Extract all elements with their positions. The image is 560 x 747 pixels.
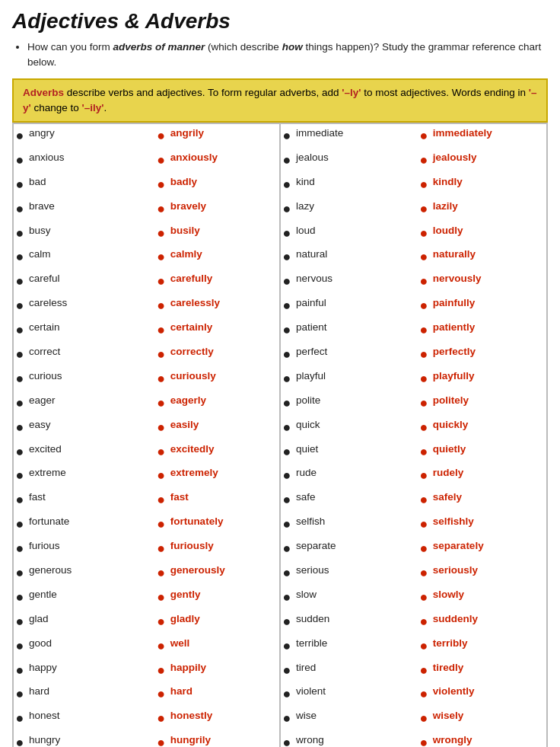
red-dot: ● (155, 512, 169, 537)
red-dot: ● (155, 318, 169, 343)
red-dot: ● (418, 464, 431, 488)
bullet-dot: ● (281, 318, 294, 343)
adjective-cell: jealous (294, 148, 418, 173)
adjective-cell: easy (27, 416, 155, 440)
adjective-cell: wise (294, 707, 418, 731)
table-row: ●sudden●suddenly (281, 610, 546, 634)
adjective-cell: violent (294, 682, 418, 707)
red-dot: ● (155, 488, 169, 512)
table-row: ●polite●politely (281, 391, 546, 416)
table-row: ●selfish●selfishly (281, 512, 546, 537)
left-column: ●angry●angrily●anxious●anxiously●bad●bad… (13, 123, 280, 747)
table-row: ●eager●eagerly (14, 391, 279, 416)
table-row: ●quiet●quietly (281, 440, 546, 464)
red-dot: ● (155, 173, 169, 197)
adjective-cell: good (27, 634, 155, 659)
table-row: ●kind●kindly (281, 173, 546, 197)
adverb-cell: correctly (169, 343, 279, 367)
red-dot: ● (418, 416, 431, 440)
table-row: ●busy●busily (14, 222, 279, 246)
red-dot: ● (155, 124, 169, 148)
adverb-cell: lazily (431, 197, 546, 222)
bullet-dot: ● (14, 464, 27, 488)
adjective-cell: quiet (294, 440, 418, 464)
table-row: ●correct●correctly (14, 343, 279, 367)
adjective-cell: perfect (294, 343, 418, 367)
red-dot: ● (418, 391, 431, 416)
adverb-cell: perfectly (431, 343, 546, 367)
table-row: ●careless●carelessly (14, 294, 279, 318)
adverb-cell: quietly (431, 440, 546, 464)
adjective-cell: terrible (294, 634, 418, 659)
adjective-cell: gentle (27, 586, 155, 610)
bullet-dot: ● (14, 197, 27, 222)
red-dot: ● (418, 707, 431, 731)
red-dot: ● (155, 537, 169, 561)
red-dot: ● (155, 586, 169, 610)
bullet-dot: ● (281, 512, 294, 537)
table-row: ●anxious●anxiously (14, 148, 279, 173)
red-dot: ● (418, 440, 431, 464)
bullet-dot: ● (14, 318, 27, 343)
adjective-cell: separate (294, 537, 418, 561)
left-word-table: ●angry●angrily●anxious●anxiously●bad●bad… (14, 124, 279, 747)
red-dot: ● (418, 245, 431, 270)
adverb-cell: seriously (431, 561, 546, 586)
adverb-cell: nervously (431, 270, 546, 294)
adjective-cell: furious (27, 537, 155, 561)
table-row: ●careful●carefully (14, 270, 279, 294)
table-row: ●painful●painfully (281, 294, 546, 318)
red-dot: ● (155, 682, 169, 707)
adjective-cell: patient (294, 318, 418, 343)
red-dot: ● (155, 464, 169, 488)
bullet-dot: ● (281, 610, 294, 634)
table-row: ●quick●quickly (281, 416, 546, 440)
red-dot: ● (155, 148, 169, 173)
adjective-cell: generous (27, 561, 155, 586)
right-word-table: ●immediate●immediately●jealous●jealously… (281, 124, 546, 747)
bullet-dot: ● (14, 343, 27, 367)
bullet-dot: ● (14, 731, 27, 747)
table-row: ●perfect●perfectly (281, 343, 546, 367)
table-row: ●slow●slowly (281, 586, 546, 610)
table-row: ●brave●bravely (14, 197, 279, 222)
red-dot: ● (155, 416, 169, 440)
red-dot: ● (155, 294, 169, 318)
bullet-dot: ● (281, 197, 294, 222)
adverb-cell: suddenly (431, 610, 546, 634)
bullet-dot: ● (281, 270, 294, 294)
table-row: ●serious●seriously (281, 561, 546, 586)
adverb-cell: selfishly (431, 512, 546, 537)
right-column: ●immediate●immediately●jealous●jealously… (280, 123, 547, 747)
red-dot: ● (155, 343, 169, 367)
adjective-cell: hard (27, 682, 155, 707)
adjective-cell: angry (27, 124, 155, 148)
adverb-cell: tiredly (431, 659, 546, 683)
adjective-cell: anxious (27, 148, 155, 173)
adverb-cell: separately (431, 537, 546, 561)
adjective-cell: wrong (294, 731, 418, 747)
adjective-cell: glad (27, 610, 155, 634)
adverb-cell: curiously (169, 367, 279, 391)
adjective-cell: painful (294, 294, 418, 318)
red-dot: ● (155, 610, 169, 634)
adverb-cell: happily (169, 659, 279, 683)
bullet-dot: ● (281, 659, 294, 683)
adjective-cell: fortunate (27, 512, 155, 537)
table-row: ●good●well (14, 634, 279, 659)
adverb-cell: certainly (169, 318, 279, 343)
red-dot: ● (418, 294, 431, 318)
bullet-dot: ● (281, 148, 294, 173)
adverb-cell: naturally (431, 245, 546, 270)
table-row: ●gentle●gently (14, 586, 279, 610)
adjective-cell: rude (294, 464, 418, 488)
adverb-cell: jealously (431, 148, 546, 173)
adjective-cell: slow (294, 586, 418, 610)
adverb-cell: patiently (431, 318, 546, 343)
adverb-cell: quickly (431, 416, 546, 440)
red-dot: ● (418, 222, 431, 246)
bullet-dot: ● (281, 294, 294, 318)
adverb-cell: eagerly (169, 391, 279, 416)
red-dot: ● (418, 682, 431, 707)
bullet-dot: ● (14, 222, 27, 246)
